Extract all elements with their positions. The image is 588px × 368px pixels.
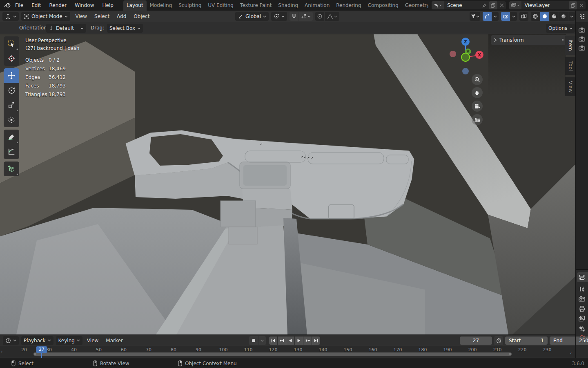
tool-cursor[interactable]	[4, 51, 19, 66]
overlays-dropdown[interactable]	[510, 12, 517, 21]
shading-rendered-button[interactable]	[559, 12, 568, 21]
shading-material-button[interactable]	[550, 12, 559, 21]
workspace-tab-modeling[interactable]: Modeling	[147, 0, 176, 11]
camera-icon[interactable]	[579, 45, 585, 52]
editor-type-button[interactable]	[2, 12, 19, 21]
region-divider[interactable]	[575, 11, 576, 358]
workspace-tab-sculpting[interactable]: Sculpting	[175, 0, 205, 11]
camera-icon[interactable]	[579, 27, 585, 34]
mode-dropdown[interactable]: Object Mode	[21, 12, 70, 21]
frame-end-field[interactable]: End 250	[550, 337, 588, 345]
tool-transform[interactable]	[4, 112, 19, 127]
properties-editor-icon[interactable]	[579, 274, 585, 280]
options-dropdown[interactable]: Options	[546, 24, 575, 33]
timeline-menu-marker[interactable]: Marker	[105, 338, 123, 343]
jump-to-start-button[interactable]	[269, 337, 277, 345]
gizmos-dropdown[interactable]	[492, 12, 499, 21]
play-reverse-button[interactable]	[286, 337, 294, 345]
blender-logo-icon[interactable]	[3, 1, 11, 9]
pan-button[interactable]	[472, 87, 483, 98]
current-frame-badge[interactable]: 27	[36, 346, 47, 353]
timeline-scrollbar[interactable]	[33, 352, 512, 356]
workspace-tab-rendering[interactable]: Rendering	[333, 0, 364, 11]
menu-object[interactable]: Object	[133, 13, 150, 19]
menu-window[interactable]: Window	[71, 0, 98, 11]
render-properties-icon[interactable]	[579, 296, 585, 303]
scene-properties-icon[interactable]	[579, 325, 585, 332]
current-frame-field[interactable]: 27	[460, 337, 492, 345]
pivot-point-dropdown[interactable]	[271, 12, 287, 21]
view-layer-browse-icon[interactable]	[509, 1, 521, 9]
menu-edit[interactable]: Edit	[27, 0, 45, 11]
jump-to-end-button[interactable]	[312, 337, 320, 345]
shading-wireframe-button[interactable]	[531, 12, 540, 21]
tool-annotate[interactable]	[4, 130, 19, 144]
shading-solid-button[interactable]	[540, 12, 549, 21]
snap-target-dropdown[interactable]	[299, 12, 313, 21]
xray-toggle[interactable]	[519, 12, 528, 21]
keying-dropdown[interactable]: Keying	[56, 336, 82, 345]
drag-setting-dropdown[interactable]: Select Box	[107, 24, 143, 33]
workspace-tab-compositing[interactable]: Compositing	[365, 0, 402, 11]
transform-panel-header[interactable]: Transform	[491, 35, 571, 45]
proportional-editing-toggle[interactable]	[315, 12, 324, 21]
view-layer-properties-icon[interactable]	[579, 316, 585, 322]
menu-help[interactable]: Help	[98, 0, 118, 11]
tool-icon[interactable]	[579, 286, 585, 292]
tool-scale[interactable]	[4, 98, 19, 112]
timeline-editor-type-button[interactable]	[3, 336, 19, 345]
workspace-tab-texture-paint[interactable]: Texture Paint	[237, 0, 275, 11]
orientation-setting-dropdown[interactable]: Default	[46, 24, 86, 33]
prev-keyframe-button[interactable]	[278, 337, 286, 345]
tool-add-cube[interactable]	[4, 162, 19, 176]
gizmo-axis-neg-x[interactable]	[450, 51, 456, 57]
menu-file[interactable]: File	[11, 0, 27, 11]
tool-rotate[interactable]	[4, 83, 19, 98]
gizmo-center[interactable]	[461, 53, 470, 61]
shading-dropdown[interactable]	[568, 12, 575, 21]
tool-select-box[interactable]	[4, 36, 19, 51]
view-layer-selector[interactable]: ViewLayer	[509, 1, 586, 9]
menu-view[interactable]: View	[75, 13, 87, 19]
scene-selector[interactable]: Scene	[432, 1, 506, 9]
region-overlap-arrow[interactable]: ›	[1, 349, 2, 354]
workspace-tab-uv-editing[interactable]: UV Editing	[205, 0, 237, 11]
gizmo-axis-neg-z[interactable]	[462, 68, 469, 74]
preview-range-toggle[interactable]	[494, 336, 503, 345]
snap-toggle[interactable]	[290, 12, 298, 21]
sidebar-tab-item[interactable]: Item	[565, 36, 576, 55]
next-keyframe-button[interactable]	[303, 337, 312, 345]
play-button[interactable]	[295, 337, 303, 345]
frame-start-field[interactable]: Start 1	[505, 337, 548, 345]
overlays-toggle[interactable]	[501, 12, 510, 21]
camera-icon[interactable]	[579, 36, 585, 43]
workspace-tab-geometry-nodes[interactable]: Geometry Nodes	[402, 0, 428, 11]
sidebar-tab-view[interactable]: View	[565, 77, 576, 96]
timeline-menu-view[interactable]: View	[87, 338, 99, 343]
orientation-gizmo[interactable]: Y Z X	[448, 36, 486, 77]
workspace-tab-shading[interactable]: Shading	[275, 0, 301, 11]
gizmos-toggle[interactable]	[483, 12, 492, 21]
region-overlap-arrow[interactable]: ‹	[570, 351, 572, 355]
close-icon[interactable]	[577, 1, 586, 9]
scene-browse-icon[interactable]	[432, 1, 444, 9]
falloff-dropdown[interactable]	[325, 12, 339, 21]
camera-view-button[interactable]	[472, 101, 483, 112]
tool-move[interactable]	[4, 68, 19, 83]
output-properties-icon[interactable]	[579, 306, 585, 312]
workspace-tab-layout[interactable]: Layout	[123, 0, 147, 11]
menu-add[interactable]: Add	[116, 13, 127, 19]
object-type-filter-dropdown[interactable]	[470, 12, 480, 21]
playback-dropdown[interactable]: Playback	[21, 336, 53, 345]
orthographic-toggle-button[interactable]	[472, 114, 483, 125]
sidebar-tab-tool[interactable]: Tool	[565, 57, 576, 75]
view-layer-name[interactable]: ViewLayer	[521, 2, 568, 8]
menu-render[interactable]: Render	[45, 0, 71, 11]
transform-orientation-dropdown[interactable]: Global	[235, 12, 269, 21]
tool-measure[interactable]	[4, 144, 19, 159]
pin-icon[interactable]	[481, 1, 489, 9]
auto-keying-toggle[interactable]	[249, 336, 258, 345]
outliner-header[interactable]	[576, 11, 588, 22]
copy-icon[interactable]	[569, 1, 577, 9]
workspace-tab-animation[interactable]: Animation	[301, 0, 333, 11]
